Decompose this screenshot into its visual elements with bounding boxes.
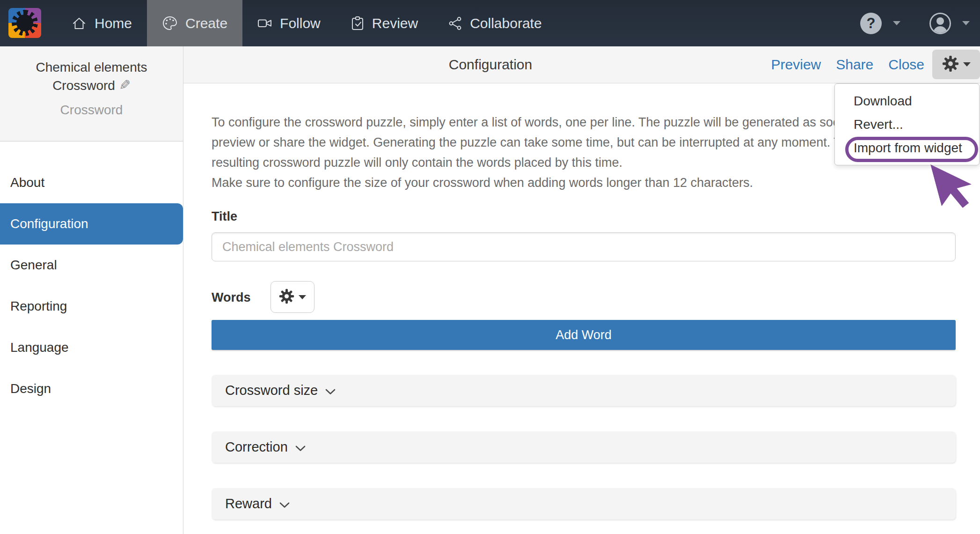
nav-item-collaborate[interactable]: Collaborate xyxy=(433,0,556,46)
avatar-head xyxy=(936,17,944,25)
page-title: Configuration xyxy=(183,46,797,83)
sidebar-item-reporting[interactable]: Reporting xyxy=(0,286,183,327)
page-header: Configuration Preview Share Close xyxy=(183,46,980,83)
nav-item-label: Review xyxy=(372,15,418,31)
home-icon xyxy=(71,16,87,31)
sidebar-item-configuration[interactable]: Configuration xyxy=(0,203,183,245)
add-word-button[interactable]: Add Word xyxy=(212,320,956,350)
preview-link[interactable]: Preview xyxy=(771,57,821,73)
header-actions: Preview Share Close xyxy=(771,46,924,83)
section-crossword-size[interactable]: Crossword size xyxy=(212,375,956,406)
pencil-icon[interactable]: ✎ xyxy=(119,76,131,94)
section-label: Crossword size xyxy=(225,383,318,398)
description-note: Make sure to configure the size of your … xyxy=(212,173,956,193)
nav-item-label: Home xyxy=(95,15,132,31)
logo-starburst-core xyxy=(16,15,33,31)
words-label: Words xyxy=(212,290,251,305)
chevron-down-icon xyxy=(325,383,336,398)
gear-icon xyxy=(279,289,294,306)
nav-item-home[interactable]: Home xyxy=(56,0,147,46)
settings-dropdown-menu: Download Revert... Import from widget xyxy=(834,83,980,165)
sidebar-item-about[interactable]: About xyxy=(0,162,183,203)
sidebar-menu: About Configuration General Reporting La… xyxy=(0,162,183,409)
user-avatar-icon[interactable] xyxy=(929,13,951,34)
section-label: Reward xyxy=(225,496,272,512)
nav-item-label: Create xyxy=(185,15,227,31)
help-glyph: ? xyxy=(867,15,876,32)
close-link[interactable]: Close xyxy=(888,57,924,73)
share-nodes-icon xyxy=(448,16,462,31)
words-options-dropdown[interactable] xyxy=(271,281,314,313)
nav-right-group: ? xyxy=(860,0,970,46)
nav-item-label: Follow xyxy=(280,15,321,31)
nav-item-review[interactable]: Review xyxy=(336,0,433,46)
chevron-down-icon xyxy=(963,62,971,67)
menu-item-revert[interactable]: Revert... xyxy=(835,113,979,136)
sidebar-item-language[interactable]: Language xyxy=(0,327,183,368)
menu-item-download[interactable]: Download xyxy=(835,89,979,113)
title-label: Title xyxy=(212,209,237,224)
widget-title: Chemical elements Crossword ✎ xyxy=(8,59,175,95)
sidebar-divider xyxy=(183,46,183,534)
nav-item-create[interactable]: Create xyxy=(147,0,242,46)
clipboard-check-icon xyxy=(351,16,365,31)
sidebar-item-design[interactable]: Design xyxy=(0,368,183,409)
palette-icon xyxy=(162,15,178,31)
help-caret-icon[interactable] xyxy=(893,21,900,25)
app-window: Home Create xyxy=(0,0,980,534)
user-caret-icon[interactable] xyxy=(962,21,970,25)
menu-item-import-from-widget[interactable]: Import from widget xyxy=(835,136,979,160)
chevron-down-icon xyxy=(295,439,306,455)
sidebar-header: Chemical elements Crossword ✎ Crossword xyxy=(0,46,183,141)
sidebar-item-general[interactable]: General xyxy=(0,245,183,286)
nav-item-label: Collaborate xyxy=(470,15,541,31)
video-camera-icon xyxy=(257,16,272,30)
learningapps-logo[interactable] xyxy=(8,8,41,38)
nav-item-follow[interactable]: Follow xyxy=(242,0,336,46)
nav-menu: Home Create xyxy=(56,0,557,46)
section-correction[interactable]: Correction xyxy=(212,431,956,463)
help-icon[interactable]: ? xyxy=(860,13,882,34)
gear-icon xyxy=(942,55,959,74)
section-reward[interactable]: Reward xyxy=(212,488,956,519)
chevron-down-icon xyxy=(279,496,290,512)
avatar-shoulders xyxy=(933,26,947,34)
section-label: Correction xyxy=(225,439,288,455)
chevron-down-icon xyxy=(299,295,306,299)
top-nav: Home Create xyxy=(0,0,980,46)
widget-type-label: Crossword xyxy=(0,103,183,118)
title-input[interactable] xyxy=(212,232,956,261)
settings-dropdown-toggle[interactable] xyxy=(932,50,980,79)
share-link[interactable]: Share xyxy=(836,57,873,73)
